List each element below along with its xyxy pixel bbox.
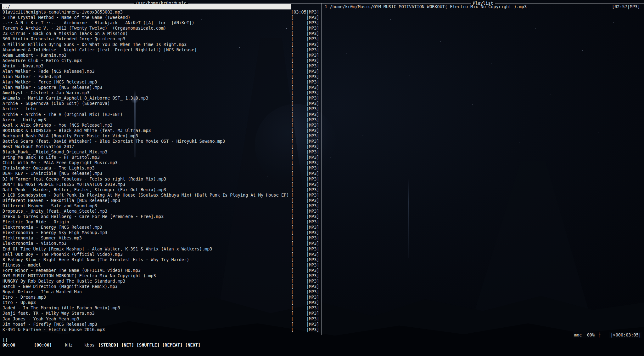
file-duration-format-tag: [ |MP3]: [291, 63, 319, 69]
moc-terminal: /usr/home/kr0m/Music Playlist ../01avici…: [0, 0, 644, 356]
file-entry-row[interactable]: 01aviciithenights-canalhinneni-ivoox3853…: [0, 9, 322, 15]
file-entry-row[interactable]: 3 LCD Soundsystem - Daft Punk Is Playing…: [0, 192, 322, 198]
file-entry-row[interactable]: Different Heaven - Safe and Sound.mp3[ |…: [0, 203, 322, 209]
file-entry-row[interactable]: Fort Minor - Remember The Name (OFFICIAL…: [0, 268, 322, 273]
file-entry-row[interactable]: GYM MUSIC MOTIVATION WORKOUT( Electro Mi…: [0, 273, 322, 278]
file-entry-row[interactable]: Ahrix - Nova.mp3[ |MP3]: [0, 63, 322, 69]
file-entry-row[interactable]: Alan Walker - Fade [NCS Release].mp3[ |M…: [0, 69, 322, 74]
playlist-entry-row[interactable]: 1 /home/kr0m/Music/GYM MUSIC MOTIVATION …: [322, 4, 644, 9]
file-entry-row[interactable]: A Million Billion Dying Suns - Do What Y…: [0, 42, 322, 47]
file-duration-format-tag: [ |MP3]: [291, 123, 319, 128]
file-entry-row[interactable]: Different Heaven - Nekozilla [NCS Releas…: [0, 198, 322, 203]
file-entry-row[interactable]: Hatch - New Direction (Magnifikate Remix…: [0, 284, 322, 289]
file-entry-row[interactable]: Black_Hawk_-_Rigid_Sound_Original_Mix.mp…: [0, 149, 322, 155]
file-entry-row[interactable]: Archie - Leto[ |MP3]: [0, 106, 322, 112]
file-entry-row[interactable]: Electric Joy Ride - Origin[ |MP3]: [0, 219, 322, 225]
file-entry-row[interactable]: Axero - Unity.mp3[ |MP3]: [0, 117, 322, 123]
file-entry-row[interactable]: DON'T BE MOST PEOPLE FITNESS MOTIVATION …: [0, 182, 322, 187]
file-entry-row[interactable]: Elektronomia - Energy [NCS Release].mp3[…: [0, 225, 322, 230]
file-entry-row[interactable]: K-391 & Furtive - Electro House 2016.mp3…: [0, 327, 322, 332]
file-entry-row[interactable]: Elektronomia - Summer Vibes.mp3[ |MP3]: [0, 235, 322, 241]
file-name: DEAF KEV - Invincible [NCS Release].mp3: [3, 171, 102, 176]
file-entry-row[interactable]: Jax Jones - Yeah Yeah Yeah.mp3[ |MP3]: [0, 316, 322, 322]
file-entry-row[interactable]: Archie - Supernova (Club Edit) (Supernov…: [0, 101, 322, 106]
file-entry-row[interactable]: Christopher Quezada - The Lights.mp3[ |M…: [0, 165, 322, 171]
file-entry-row[interactable]: Fareoh & Archie V. - 2012 (Twenty Twelve…: [0, 26, 322, 31]
file-duration-format-tag: [ |MP3]: [291, 58, 319, 63]
file-entry-row[interactable]: 8 Fatboy Slim - Right Here Right Now (Th…: [0, 257, 322, 262]
file-name: Christopher Quezada - The Lights.mp3: [3, 165, 95, 171]
file-entry-row[interactable]: Alan Walker - Faded.mp3[ |MP3]: [0, 74, 322, 79]
file-entry-row[interactable]: Elektronomia - Energy_Sky High Mashup.mp…: [0, 230, 322, 235]
file-entry-row[interactable]: Janji feat. TR - Milky Way Stars.mp3[ |M…: [0, 311, 322, 316]
file-entry-row[interactable]: HUNGRY By Rob Bailey and The Hustle Stan…: [0, 278, 322, 284]
file-name: Alan Walker - Faded.mp3: [3, 74, 61, 79]
file-entry-row[interactable]: Chill With Me - PALA Free Copyright Musi…: [0, 160, 322, 165]
file-duration-format-tag: [ |MP3]: [291, 95, 319, 101]
file-name: Archie - Supernova (Club Edit) (Supernov…: [3, 101, 110, 106]
playback-option-toggles[interactable]: [STEREO] [NET] [SHUFFLE] [REPEAT] [NEXT]: [98, 342, 200, 348]
file-entry-row[interactable]: Alan Walker - Spectre [NCS Release].mp3[…: [0, 85, 322, 90]
file-entry-row[interactable]: Jim Yosef - Firefly [NCS Release].mp3[ |…: [0, 322, 322, 327]
file-entry-row[interactable]: Fitness - model[ |MP3]: [0, 262, 322, 268]
frequency-unit-label: kHz: [65, 342, 72, 348]
file-duration-format-tag: [ |MP3]: [291, 149, 319, 155]
file-entry-row[interactable]: Abandoned & InfiNoise - Night Caller (fe…: [0, 47, 322, 53]
bottom-frame-border: [0, 335, 644, 335]
file-entry-row[interactable]: DJ N'Farmer feat Geeno Fabulous - Feels …: [0, 176, 322, 182]
file-duration-format-tag: [ |MP3]: [291, 139, 319, 144]
file-entry-row[interactable]: Best Workout Motivation 2017[ |MP3]: [0, 144, 322, 149]
file-entry-row[interactable]: Animals - Martin Garrix_Asphalt 8_Airbor…: [0, 95, 322, 101]
file-entry-row[interactable]: DEAF KEV - Invincible [NCS Release].mp3[…: [0, 171, 322, 176]
file-duration-format-tag: [ |MP3]: [291, 31, 319, 36]
file-entry-row[interactable]: Amethyst - CJsteel x Jan Warin.mp3[ |MP3…: [0, 90, 322, 95]
file-entry-row[interactable]: Adventure Club - Retro City.mp3[ |MP3]: [0, 58, 322, 63]
file-duration-format-tag: [ |MP3]: [291, 101, 319, 106]
dir-entry-row[interactable]: ../: [0, 4, 322, 9]
file-entry-row[interactable]: Elektronomia - Vision.mp3[ |MP3]: [0, 241, 322, 246]
file-entry-row[interactable]: Bring Me Back To Life - HT Bristol.mp3[ …: [0, 155, 322, 160]
file-entry-row[interactable]: 23 Cirrus - Back on a Mission (Back on a…: [0, 31, 322, 36]
file-entry-row[interactable]: Battle Scars (feat. David Whitaker) - Bl…: [0, 139, 322, 144]
bitrate-unit-label: kbps: [84, 342, 95, 348]
file-entry-row[interactable]: Fall Out Boy - The Phoenix (Official Vid…: [0, 252, 322, 257]
file-entry-row[interactable]: End Of Time Unity [Remix Mashup] - Alan …: [0, 246, 322, 252]
file-entry-row[interactable]: Adam Lambert - Runnin.mp3[ |MP3]: [0, 53, 322, 58]
file-entry-row[interactable]: Dzeko & Torres and Hellberg - Care For M…: [0, 214, 322, 219]
file-duration-format-tag: [ |MP3]: [291, 230, 319, 235]
file-entry-row[interactable]: Axol x Alex Skrindo - You [NCS Release].…: [0, 123, 322, 128]
file-entry-row[interactable]: Royal Deluxe - I'm a Wanted Man[ |MP3]: [0, 289, 322, 295]
file-entry-row[interactable]: Backyard Bash PALA (Royalty Free Music f…: [0, 133, 322, 139]
file-entry-row[interactable]: ..:: A N i K e T ::.. - Airbourne - Blac…: [0, 20, 322, 26]
file-name: 23 Cirrus - Back on a Mission (Back on a…: [3, 31, 128, 36]
file-entry-row[interactable]: Daft Punk - Harder, Better, Faster, Stro…: [0, 187, 322, 192]
file-duration-format-tag: [ |MP3]: [291, 214, 319, 219]
file-entry-row[interactable]: Dropouts_-_Unity_(feat._Aloma_Steele).mp…: [0, 209, 322, 214]
file-duration-format-tag: [ |MP3]: [291, 284, 319, 289]
playlist-total-time: |>000:03:05|: [609, 332, 642, 338]
file-entry-row[interactable]: Itro - Dreams.mp3[ |MP3]: [0, 295, 322, 300]
file-name: ../: [2, 4, 291, 9]
file-duration-format-tag: [ |MP3]: [291, 198, 319, 203]
file-entry-row[interactable]: Itro - Up.mp3[ |MP3]: [0, 300, 322, 305]
file-name: Abandoned & InfiNoise - Night Caller (fe…: [3, 47, 197, 53]
file-name: Jaded - In The Morning (Alle Farben Remi…: [3, 305, 120, 311]
file-entry-row[interactable]: 5 The Crystal Method - Name of the Game …: [0, 15, 322, 20]
file-name: BOXINBOX & LIONSIZE - Black and White (f…: [3, 128, 151, 133]
file-entry-row[interactable]: Jaded - In The Morning (Alle Farben Remi…: [0, 305, 322, 311]
file-duration-format-tag: [ |MP3]: [291, 26, 319, 31]
file-name: Itro - Up.mp3: [3, 300, 36, 305]
file-entry-row[interactable]: Alan Walker - Force [NCS Release].mp3[ |…: [0, 79, 322, 85]
file-entry-row[interactable]: Archie - Archie - The V (Original Mix) (…: [0, 112, 322, 117]
file-entry-row[interactable]: 300 Violin Orchestra Extended Jorge Quin…: [0, 36, 322, 42]
file-name: Alan Walker - Fade [NCS Release].mp3: [3, 69, 95, 74]
file-entry-row[interactable]: BOXINBOX & LIONSIZE - Black and White (f…: [0, 128, 322, 133]
file-name: DON'T BE MOST PEOPLE FITNESS MOTIVATION …: [3, 182, 125, 187]
track-total-time: [00:00]: [34, 342, 52, 348]
mixer-volume[interactable]: moc 00%: [573, 332, 596, 338]
file-duration-format-tag: [ |MP3]: [291, 74, 319, 79]
file-duration-format-tag: [ |MP3]: [291, 176, 319, 182]
file-duration-format-tag: [ |MP3]: [291, 90, 319, 95]
file-name: Alan Walker - Spectre [NCS Release].mp3: [3, 85, 102, 90]
file-name: Elektronomia - Energy [NCS Release].mp3: [3, 225, 102, 230]
